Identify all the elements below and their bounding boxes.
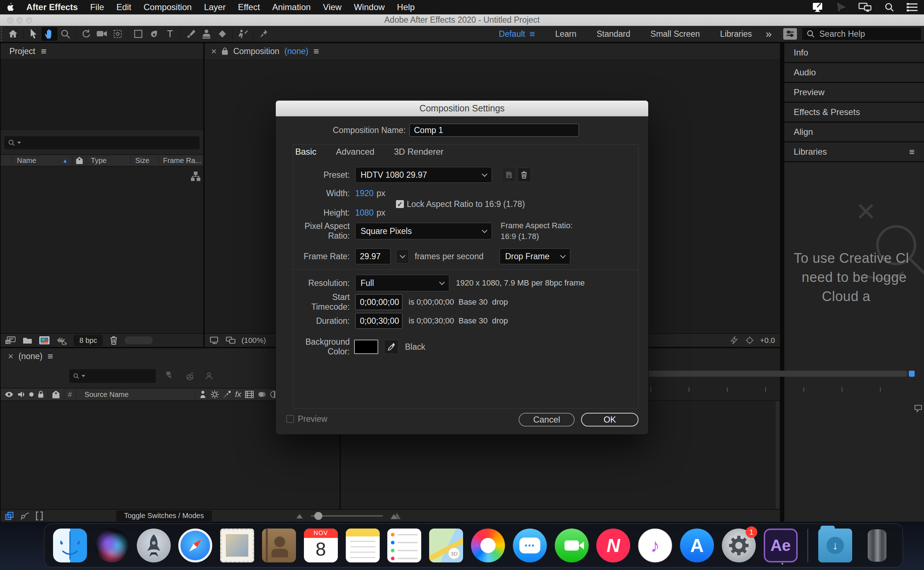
motion-blur-icon[interactable] [223, 390, 231, 399]
zoom-slider-knob[interactable] [314, 512, 322, 520]
delete-preset-button[interactable] [517, 168, 531, 182]
background-color-swatch[interactable] [354, 340, 378, 354]
dock-siri-icon[interactable] [95, 529, 129, 562]
resolution-dropdown[interactable]: Full [355, 275, 449, 291]
timeline-search-field[interactable] [69, 369, 156, 383]
shy-switch-icon[interactable] [199, 390, 207, 399]
help-search-input[interactable] [819, 29, 906, 39]
dock-safari-icon[interactable] [178, 529, 212, 562]
column-type[interactable]: Type [87, 156, 131, 165]
displays-status-icon[interactable] [853, 2, 878, 12]
dock-after-effects-icon[interactable]: Ae [764, 529, 798, 562]
timeline-zoom-slider[interactable] [311, 515, 383, 516]
zoom-in-mountain-icon[interactable] [390, 512, 401, 520]
new-folder-icon[interactable] [22, 336, 32, 344]
eraser-tool[interactable] [214, 27, 230, 41]
dock-facetime-icon[interactable] [555, 529, 589, 562]
workspace-overflow-icon[interactable]: » [762, 28, 775, 40]
pen-tool[interactable] [146, 27, 162, 41]
close-tab-icon[interactable]: × [211, 46, 217, 57]
frame-rate-preset-button[interactable] [396, 249, 409, 264]
fast-previews-icon[interactable] [730, 336, 739, 345]
project-panel-menu-icon[interactable]: ≡ [41, 46, 46, 56]
timeline-search-input[interactable] [88, 371, 152, 381]
solo-icon[interactable] [29, 392, 34, 397]
menu-animation[interactable]: Animation [266, 0, 317, 14]
frame-blending-icon[interactable] [211, 390, 219, 399]
label-color-column-icon[interactable] [72, 156, 86, 165]
panel-tab-audio[interactable]: Audio [784, 63, 924, 82]
column-size[interactable]: Size [131, 156, 158, 165]
interpret-footage-icon[interactable] [5, 336, 16, 345]
menu-view[interactable]: View [317, 0, 348, 14]
clone-stamp-tool[interactable] [198, 27, 214, 41]
dock-notes-icon[interactable] [346, 529, 380, 562]
composition-panel-menu-icon[interactable]: ≡ [314, 46, 319, 56]
dock-system-preferences-icon[interactable]: 1 [722, 529, 756, 562]
pan-behind-tool[interactable] [110, 27, 126, 41]
timeline-panel-menu-icon[interactable]: ≡ [48, 351, 53, 361]
video-eye-icon[interactable] [4, 391, 14, 398]
project-trash-icon[interactable] [109, 335, 118, 345]
tab-3d-renderer[interactable]: 3D Renderer [394, 147, 443, 157]
start-timecode-field[interactable]: 0;00;00;00 [355, 294, 403, 310]
shape-tool[interactable] [130, 27, 146, 41]
adjustment-layer-icon[interactable] [258, 390, 266, 399]
graph-editor-icon[interactable] [20, 512, 29, 520]
dock-launchpad-icon[interactable] [137, 529, 171, 562]
menu-app-name[interactable]: After Effects [20, 0, 84, 14]
dock-mail-icon[interactable] [220, 529, 254, 562]
panel-tab-effects-presets[interactable]: Effects & Presets [784, 103, 924, 121]
workspace-tab-learn[interactable]: Learn [545, 29, 587, 39]
dock-trash-icon[interactable] [860, 529, 894, 562]
dock-reminders-icon[interactable] [387, 529, 421, 562]
preview-checkbox[interactable] [286, 415, 294, 423]
frame-blend-film-icon[interactable] [245, 391, 254, 398]
display-status-icon[interactable] [806, 2, 830, 12]
column-frame-rate[interactable]: Frame Ra... [159, 156, 201, 165]
zoom-out-mountain-icon[interactable] [295, 513, 304, 519]
lock-aspect-checkbox[interactable]: ✓ [396, 200, 404, 208]
comp-mini-flowchart-icon[interactable] [166, 371, 175, 381]
workspace-tab-standard[interactable]: Standard [587, 29, 640, 39]
dock-itunes-icon[interactable]: ♪ [638, 529, 672, 562]
menu-edit[interactable]: Edit [110, 0, 137, 14]
draft-3d-icon[interactable] [185, 371, 195, 381]
dark-app-status-icon[interactable] [830, 2, 853, 12]
notification-list-icon[interactable] [900, 3, 924, 12]
dock-contacts-icon[interactable] [262, 529, 296, 562]
dock-news-icon[interactable]: N [596, 529, 630, 562]
dock-photos-icon[interactable] [471, 529, 505, 562]
menu-layer[interactable]: Layer [198, 0, 232, 14]
label-column-icon[interactable] [52, 390, 60, 399]
shy-icon[interactable] [204, 371, 214, 381]
lock-icon[interactable] [221, 47, 228, 55]
tab-basic[interactable]: Basic [295, 147, 317, 157]
apple-menu[interactable] [0, 0, 20, 14]
composition-tab-target[interactable]: (none) [284, 46, 308, 56]
panel-tab-libraries[interactable]: Libraries ≡ [784, 142, 924, 161]
zoom-tool[interactable] [57, 27, 73, 41]
window-minimize-button[interactable] [17, 17, 23, 23]
panel-grabber[interactable] [1, 27, 2, 41]
roto-brush-tool[interactable] [235, 27, 251, 41]
comp-marker-icon[interactable] [914, 405, 922, 412]
project-search-field[interactable] [4, 136, 200, 149]
toggle-switches-modes-button[interactable]: Toggle Switches / Modes [116, 510, 212, 521]
project-search-input[interactable] [23, 138, 196, 147]
audio-speaker-icon[interactable] [17, 391, 25, 398]
cancel-button[interactable]: Cancel [519, 413, 575, 426]
home-tool[interactable] [5, 27, 21, 41]
help-search[interactable] [802, 28, 921, 40]
panel-tab-info[interactable]: Info [784, 43, 924, 62]
workspace-tab-small-screen[interactable]: Small Screen [640, 29, 710, 39]
layer-number-column[interactable]: # [68, 391, 72, 399]
source-name-column[interactable]: Source Name [79, 391, 191, 399]
workspace-tab-default[interactable]: Default ≡ [489, 29, 545, 39]
puppet-pin-tool[interactable] [255, 27, 271, 41]
always-preview-icon[interactable] [210, 336, 220, 344]
dock-maps-icon[interactable]: 3D [429, 529, 463, 562]
composition-name-field[interactable]: Comp 1 [409, 124, 579, 136]
drop-frame-dropdown[interactable]: Drop Frame [500, 248, 570, 264]
menu-help[interactable]: Help [391, 0, 421, 14]
